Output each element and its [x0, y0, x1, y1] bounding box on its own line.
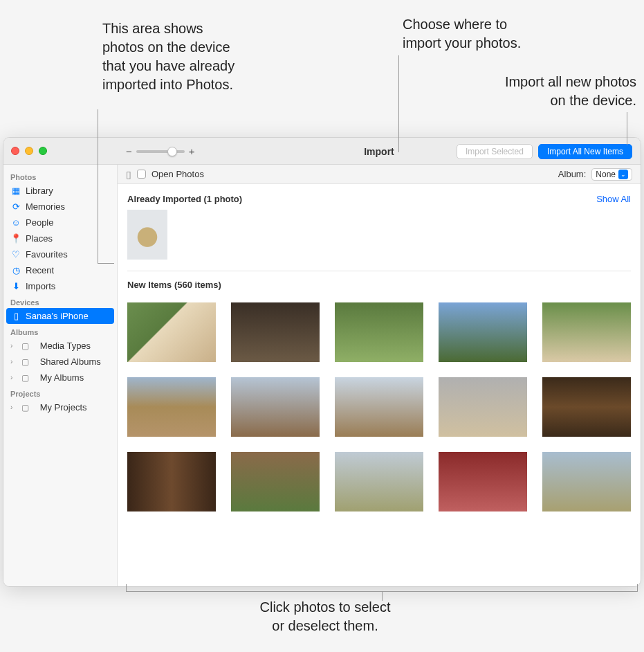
sidebar-section-photos: Photos: [3, 169, 117, 183]
callout-choose-where: Choose where to import your photos.: [403, 15, 562, 53]
sidebar-item-device[interactable]: ▯Sanaa's iPhone: [6, 308, 114, 324]
import-options-bar: ▯ Open Photos Album: None ⌄: [118, 165, 641, 184]
minimize-button[interactable]: [25, 147, 33, 155]
toolbar-title: Import: [364, 146, 394, 157]
photo-scroll-area[interactable]: Already Imported (1 photo) Show All New …: [118, 184, 641, 586]
section-divider: [127, 271, 631, 271]
sidebar-item-myprojects[interactable]: ›▢ My Projects: [3, 399, 117, 415]
photos-app-window: − + Import Import Selected Import All Ne…: [3, 137, 641, 587]
zoom-in-icon[interactable]: +: [189, 145, 195, 157]
sidebar-item-people[interactable]: ☺People: [3, 215, 117, 230]
sidebar-item-label: Sanaa's iPhone: [26, 311, 89, 321]
photo-thumb[interactable]: [439, 452, 527, 511]
sidebar-item-imports[interactable]: ⬇Imports: [3, 278, 117, 294]
already-imported-header: Already Imported (1 photo) Show All: [127, 190, 631, 210]
chevron-right-icon: ›: [10, 358, 16, 365]
sidebar-item-memories[interactable]: ⟳Memories: [3, 199, 117, 215]
library-icon: ▦: [10, 185, 21, 196]
download-icon: ⬇: [10, 281, 21, 291]
photo-thumb[interactable]: [231, 452, 320, 511]
photo-thumb[interactable]: [127, 377, 216, 437]
sidebar-item-favourites[interactable]: ♡Favourites: [3, 246, 117, 262]
sidebar-item-label: People: [26, 217, 53, 228]
photo-thumb[interactable]: [335, 452, 423, 511]
chevron-right-icon: ›: [10, 404, 16, 411]
sidebar-item-label: Shared Albums: [40, 356, 101, 367]
sidebar: Photos ▦Library ⟳Memories ☺People 📍Place…: [3, 165, 118, 586]
sidebar-item-label: My Projects: [40, 402, 87, 413]
open-photos-label: Open Photos: [151, 169, 204, 179]
sidebar-section-projects: Projects: [3, 386, 117, 399]
photo-thumb[interactable]: [127, 302, 216, 362]
show-all-link[interactable]: Show All: [596, 194, 631, 204]
main-content: ▯ Open Photos Album: None ⌄ Already Impo…: [118, 165, 641, 586]
photo-thumb[interactable]: [542, 377, 631, 437]
sidebar-item-myalbums[interactable]: ›▢ My Albums: [3, 370, 117, 386]
album-select-value: None: [596, 170, 616, 179]
memories-icon: ⟳: [10, 201, 21, 212]
sidebar-section-albums: Albums: [3, 324, 117, 338]
toolbar: − + Import Import Selected Import All Ne…: [118, 138, 641, 165]
new-items-title: New Items (560 items): [127, 280, 221, 290]
chevron-down-icon: ⌄: [618, 170, 628, 179]
photo-thumb[interactable]: [231, 302, 320, 362]
sidebar-item-mediatypes[interactable]: ›▢ Media Types: [3, 338, 117, 354]
callout-import-all: Import all new photos on the device.: [436, 73, 636, 110]
photo-thumb[interactable]: [335, 302, 423, 362]
chevron-right-icon: ›: [10, 374, 16, 381]
sidebar-item-library[interactable]: ▦Library: [3, 183, 117, 199]
sidebar-section-devices: Devices: [3, 294, 117, 308]
new-items-grid: [127, 296, 631, 511]
album-label: Album:: [558, 169, 586, 179]
device-icon: ▯: [126, 169, 131, 180]
places-icon: 📍: [10, 233, 21, 244]
already-imported-title: Already Imported (1 photo): [127, 194, 242, 204]
phone-icon: ▯: [10, 311, 21, 321]
folder-icon: ▢: [21, 373, 29, 383]
photo-thumb[interactable]: [542, 452, 631, 511]
photo-thumb[interactable]: [127, 452, 216, 511]
callout-select: Click photos to select or deselect them.: [214, 598, 436, 635]
zoom-slider[interactable]: [136, 150, 185, 153]
photo-thumb[interactable]: [439, 302, 527, 362]
zoom-out-icon[interactable]: −: [126, 145, 132, 157]
heart-icon: ♡: [10, 249, 21, 260]
imported-photo-thumb[interactable]: [127, 210, 167, 260]
photo-thumb[interactable]: [439, 377, 527, 437]
folder-icon: ▢: [21, 357, 29, 367]
folder-icon: ▢: [21, 403, 29, 413]
import-all-button[interactable]: Import All New Items: [538, 144, 632, 159]
zoom-slider-group: − +: [126, 145, 195, 157]
fullscreen-button[interactable]: [39, 147, 47, 155]
open-photos-checkbox[interactable]: [137, 170, 146, 179]
sidebar-item-label: Favourites: [26, 249, 68, 260]
sidebar-item-label: Memories: [26, 201, 65, 212]
photo-thumb[interactable]: [542, 302, 631, 362]
photo-thumb[interactable]: [335, 377, 423, 437]
sidebar-item-label: Recent: [26, 265, 54, 275]
window-controls: [11, 147, 47, 155]
sidebar-item-label: My Albums: [40, 372, 84, 383]
sidebar-item-label: Media Types: [40, 341, 91, 351]
import-selected-button[interactable]: Import Selected: [457, 144, 533, 159]
folder-icon: ▢: [21, 341, 29, 351]
new-items-header: New Items (560 items): [127, 275, 631, 296]
sidebar-item-label: Library: [26, 185, 53, 196]
callout-already-imported: This area shows photos on the device tha…: [102, 19, 310, 94]
album-select[interactable]: None ⌄: [591, 168, 632, 181]
sidebar-item-recent[interactable]: ◷Recent: [3, 262, 117, 278]
clock-icon: ◷: [10, 265, 21, 275]
sidebar-item-sharedalbums[interactable]: ›▢ Shared Albums: [3, 354, 117, 370]
sidebar-item-label: Places: [26, 233, 53, 244]
close-button[interactable]: [11, 147, 19, 155]
people-icon: ☺: [10, 217, 21, 228]
photo-thumb[interactable]: [231, 377, 320, 437]
sidebar-item-label: Imports: [26, 281, 55, 291]
chevron-right-icon: ›: [10, 342, 16, 350]
sidebar-item-places[interactable]: 📍Places: [3, 230, 117, 246]
